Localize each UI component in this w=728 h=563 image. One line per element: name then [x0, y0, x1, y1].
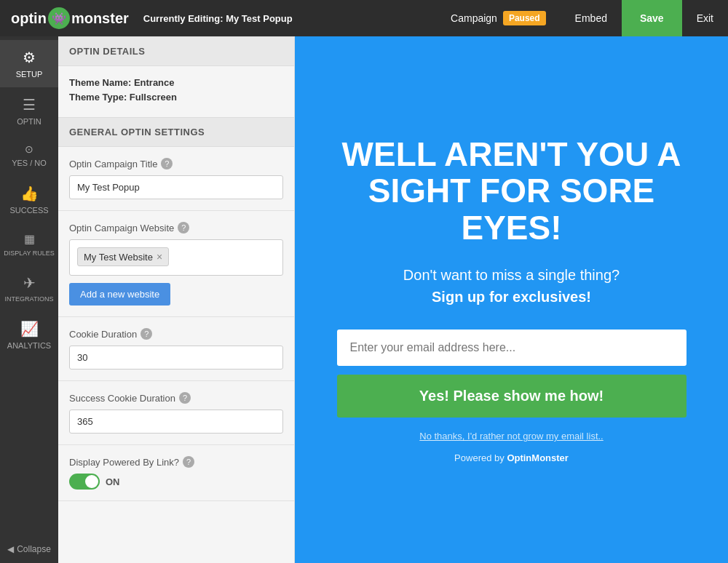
popup-headline: WELL AREN'T YOU A SIGHT FOR SORE EYES! — [337, 136, 687, 247]
optin-details-header: OPTIN DETAILS — [58, 36, 294, 66]
theme-name-row: Theme Name: Entrance — [69, 77, 283, 88]
collapse-icon: ◀ — [7, 544, 14, 554]
sidebar-item-analytics[interactable]: 📈 Analytics — [0, 311, 58, 359]
campaign-title-input[interactable] — [69, 175, 283, 199]
powered-by-group: Display Powered By Link? ? ON — [58, 445, 294, 501]
success-cookie-input[interactable] — [69, 410, 283, 434]
sidebar-label-success: Success — [9, 206, 48, 215]
sidebar-label-yesno: Yes / No — [12, 159, 47, 167]
logo-monster-icon: 👾 — [48, 7, 70, 29]
website-tag-remove-icon[interactable]: × — [157, 251, 162, 263]
popup-subtext-line2: Sign up for exclusives! — [432, 289, 591, 305]
logo-text-monster: monster — [71, 10, 129, 27]
editing-info: Currently Editing: My Test Popup — [143, 13, 293, 24]
popup-no-thanks-link[interactable]: No thanks, I'd rather not grow my email … — [337, 431, 687, 442]
collapse-label: Collapse — [17, 544, 51, 554]
exit-button[interactable]: Exit — [682, 0, 728, 36]
success-cookie-group: Success Cookie Duration ? — [58, 381, 294, 445]
optin-icon: ☰ — [23, 96, 36, 113]
success-icon: 👍 — [20, 185, 39, 202]
embed-button[interactable]: Embed — [561, 0, 622, 36]
save-button[interactable]: Save — [622, 0, 682, 36]
website-tag: My Test Website × — [77, 247, 169, 266]
yesno-icon: ⊙ — [25, 143, 33, 155]
campaign-title-label-text: Optin Campaign Title — [69, 159, 157, 169]
campaign-website-label: Optin Campaign Website ? — [69, 222, 283, 233]
sidebar-label-setup: Setup — [16, 70, 43, 79]
add-website-button[interactable]: Add a new website — [69, 283, 170, 306]
campaign-name: My Test Popup — [226, 13, 292, 24]
powered-by-help-icon[interactable]: ? — [183, 456, 194, 468]
campaign-website-help-icon[interactable]: ? — [178, 222, 189, 233]
logo-text-optin: optin — [11, 10, 47, 27]
campaign-website-label-text: Optin Campaign Website — [69, 223, 174, 233]
sidebar-item-display-rules[interactable]: ▦ DISPLAY RULES — [0, 223, 58, 265]
sidebar-item-optin[interactable]: ☰ Optin — [0, 87, 58, 135]
campaign-title-group: Optin Campaign Title ? — [58, 147, 294, 211]
settings-panel: OPTIN DETAILS Theme Name: Entrance Theme… — [58, 36, 295, 563]
main-layout: ⚙ Setup ☰ Optin ⊙ Yes / No 👍 Success ▦ D… — [0, 36, 728, 563]
website-container: My Test Website × — [69, 239, 283, 276]
sidebar: ⚙ Setup ☰ Optin ⊙ Yes / No 👍 Success ▦ D… — [0, 36, 58, 563]
popup-content: WELL AREN'T YOU A SIGHT FOR SORE EYES! D… — [323, 107, 701, 493]
preview-area: WELL AREN'T YOU A SIGHT FOR SORE EYES! D… — [295, 36, 728, 563]
success-cookie-label-text: Success Cookie Duration — [69, 393, 175, 404]
paused-badge: Paused — [503, 11, 546, 25]
sidebar-label-integrations: INTEGRATIONS — [5, 295, 54, 303]
theme-name-value: Entrance — [134, 77, 175, 88]
header-left: optin 👾 monster Currently Editing: My Te… — [11, 7, 293, 29]
sidebar-item-success[interactable]: 👍 Success — [0, 176, 58, 223]
analytics-icon: 📈 — [20, 320, 39, 338]
cookie-duration-input[interactable] — [69, 346, 283, 370]
powered-by-text: Powered by OptinMonster — [337, 452, 687, 463]
campaign-btn-label: Campaign — [451, 12, 497, 24]
sidebar-label-analytics: Analytics — [7, 341, 51, 350]
success-cookie-label: Success Cookie Duration ? — [69, 392, 283, 404]
header-right: Campaign Paused Embed Save Exit — [436, 0, 728, 36]
display-rules-icon: ▦ — [24, 232, 35, 246]
general-settings-header: GENERAL OPTIN SETTINGS — [58, 117, 294, 147]
popup-subtext: Don't want to miss a single thing? Sign … — [337, 264, 687, 308]
cookie-duration-label-text: Cookie Duration — [69, 329, 137, 340]
top-header: optin 👾 monster Currently Editing: My Te… — [0, 0, 728, 36]
cookie-duration-label: Cookie Duration ? — [69, 328, 283, 340]
popup-cta-button[interactable]: Yes! Please show me how! — [337, 375, 687, 418]
powered-by-label-text: Display Powered By Link? — [69, 457, 179, 468]
campaign-button[interactable]: Campaign Paused — [436, 0, 561, 36]
setup-icon: ⚙ — [23, 49, 36, 66]
campaign-title-help-icon[interactable]: ? — [161, 158, 173, 169]
collapse-button[interactable]: ◀ Collapse — [0, 535, 58, 563]
toggle-knob — [85, 475, 98, 488]
theme-type-value: Fullscreen — [130, 92, 177, 103]
cookie-duration-group: Cookie Duration ? — [58, 317, 294, 381]
powered-by-toggle[interactable] — [69, 474, 100, 490]
toggle-label: ON — [106, 476, 120, 487]
powered-by-link[interactable]: OptinMonster — [507, 452, 569, 463]
toggle-container: ON — [69, 474, 283, 490]
integrations-icon: ✈ — [23, 274, 36, 292]
powered-by-prefix: Powered by — [454, 452, 507, 463]
sidebar-item-setup[interactable]: ⚙ Setup — [0, 40, 58, 87]
campaign-title-label: Optin Campaign Title ? — [69, 158, 283, 169]
optin-details: Theme Name: Entrance Theme Type: Fullscr… — [58, 66, 294, 117]
popup-email-input[interactable] — [337, 330, 687, 366]
campaign-website-group: Optin Campaign Website ? My Test Website… — [58, 211, 294, 317]
logo: optin 👾 monster — [11, 7, 129, 29]
sidebar-item-yesno[interactable]: ⊙ Yes / No — [0, 135, 58, 176]
sidebar-label-display-rules: DISPLAY RULES — [4, 249, 55, 257]
sidebar-label-optin: Optin — [17, 117, 41, 126]
theme-name-label: Theme Name: — [69, 77, 131, 88]
success-cookie-help-icon[interactable]: ? — [179, 392, 191, 404]
theme-type-label: Theme Type: — [69, 92, 127, 103]
cookie-duration-help-icon[interactable]: ? — [141, 328, 152, 340]
editing-label: Currently Editing: — [143, 13, 223, 24]
theme-type-row: Theme Type: Fullscreen — [69, 92, 283, 103]
popup-subtext-line1: Don't want to miss a single thing? — [403, 267, 620, 283]
powered-by-label: Display Powered By Link? ? — [69, 456, 283, 468]
website-tag-text: My Test Website — [84, 252, 153, 263]
sidebar-item-integrations[interactable]: ✈ INTEGRATIONS — [0, 265, 58, 311]
embed-btn-label: Embed — [575, 12, 607, 24]
